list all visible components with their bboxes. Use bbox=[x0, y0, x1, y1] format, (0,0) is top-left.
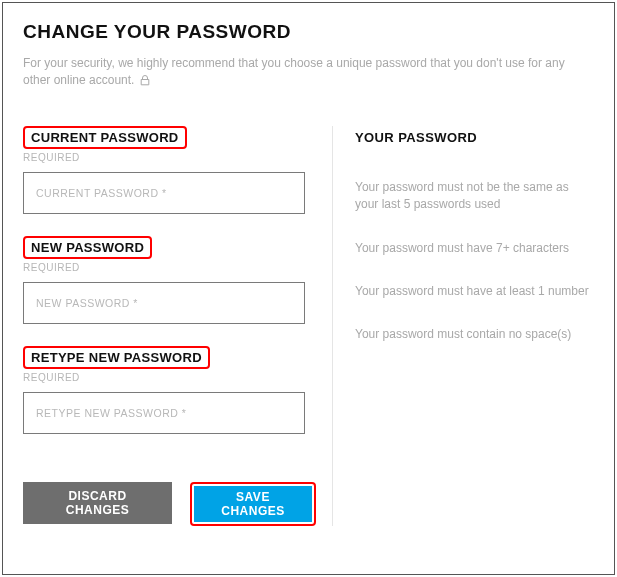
rules-title: YOUR PASSWORD bbox=[355, 130, 594, 145]
discard-changes-button[interactable]: DISCARD CHANGES bbox=[23, 482, 172, 524]
rules-column: YOUR PASSWORD Your password must not be … bbox=[333, 126, 594, 526]
new-password-input[interactable] bbox=[23, 282, 305, 324]
highlight-current-password: CURRENT PASSWORD bbox=[23, 126, 187, 149]
button-row: DISCARD CHANGES SAVE CHANGES bbox=[23, 482, 316, 526]
form-column: CURRENT PASSWORD REQUIRED NEW PASSWORD R… bbox=[23, 126, 333, 526]
password-rule: Your password must contain no space(s) bbox=[355, 326, 594, 343]
security-description: For your security, we highly recommend t… bbox=[23, 55, 594, 92]
page-title: CHANGE YOUR PASSWORD bbox=[23, 21, 594, 43]
password-rule: Your password must have at least 1 numbe… bbox=[355, 283, 594, 300]
password-rule: Your password must have 7+ characters bbox=[355, 240, 594, 257]
highlight-retype-password: RETYPE NEW PASSWORD bbox=[23, 346, 210, 369]
required-hint: REQUIRED bbox=[23, 372, 316, 383]
retype-password-group: RETYPE NEW PASSWORD REQUIRED bbox=[23, 346, 316, 434]
retype-password-input[interactable] bbox=[23, 392, 305, 434]
current-password-group: CURRENT PASSWORD REQUIRED bbox=[23, 126, 316, 214]
highlight-save-button: SAVE CHANGES bbox=[190, 482, 316, 526]
new-password-label: NEW PASSWORD bbox=[31, 240, 144, 255]
lock-icon bbox=[140, 74, 150, 91]
current-password-label: CURRENT PASSWORD bbox=[31, 130, 179, 145]
current-password-input[interactable] bbox=[23, 172, 305, 214]
save-changes-button[interactable]: SAVE CHANGES bbox=[194, 486, 312, 522]
required-hint: REQUIRED bbox=[23, 152, 316, 163]
retype-password-label: RETYPE NEW PASSWORD bbox=[31, 350, 202, 365]
description-text: For your security, we highly recommend t… bbox=[23, 56, 565, 87]
password-rule: Your password must not be the same as yo… bbox=[355, 179, 594, 214]
change-password-panel: CHANGE YOUR PASSWORD For your security, … bbox=[2, 2, 615, 575]
highlight-new-password: NEW PASSWORD bbox=[23, 236, 152, 259]
new-password-group: NEW PASSWORD REQUIRED bbox=[23, 236, 316, 324]
required-hint: REQUIRED bbox=[23, 262, 316, 273]
